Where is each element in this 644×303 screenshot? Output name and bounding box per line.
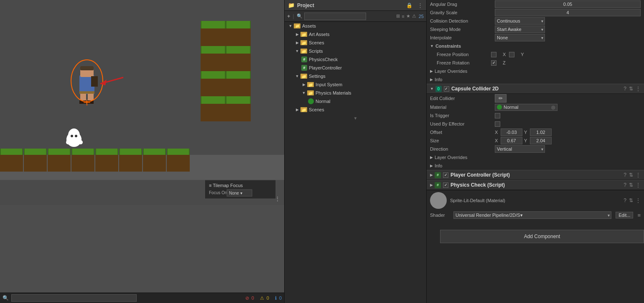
settings-icon-sm[interactable]: ⇅ bbox=[629, 198, 633, 203]
settings-icon-ph[interactable]: ⇅ bbox=[629, 182, 633, 188]
svg-text:⋮: ⋮ bbox=[275, 195, 280, 202]
tree-item-scripts[interactable]: ▼ 📁 Scripts bbox=[285, 47, 426, 55]
settings-icon-pc[interactable]: ⇅ bbox=[629, 172, 633, 178]
edit-collider-button[interactable]: ✏ bbox=[495, 94, 507, 103]
search-input[interactable] bbox=[11, 294, 137, 302]
material-circle-btn[interactable]: ◎ bbox=[551, 105, 555, 110]
freeze-rot-z-check[interactable] bbox=[491, 60, 496, 66]
size-label: Size bbox=[430, 138, 495, 143]
player-ctrl-enable-check[interactable] bbox=[443, 172, 448, 178]
menu-icon-pc[interactable]: ⋮ bbox=[636, 172, 641, 178]
settings-icon-capsule[interactable]: ⇅ bbox=[629, 86, 633, 92]
capsule-collider-header[interactable]: ▼ 0 Capsule Collider 2D ? ⇅ ⋮ bbox=[427, 84, 644, 94]
lock-icon[interactable]: 🔒 bbox=[406, 3, 412, 8]
freeze-pos-x-check[interactable] bbox=[491, 52, 496, 57]
used-by-effector-check[interactable] bbox=[495, 121, 500, 127]
tree-item-normal[interactable]: Normal bbox=[285, 97, 426, 105]
interpolate-dropdown[interactable]: None bbox=[495, 34, 545, 41]
tree-item-physics-materials[interactable]: ▼ 📁 Physics Materials bbox=[285, 89, 426, 97]
layer-overrides-rb-row[interactable]: ▶ Layer Overrides bbox=[427, 67, 644, 75]
sprite-mat-actions: ? ⇅ ⋮ bbox=[624, 198, 641, 203]
star-icon[interactable]: ★ bbox=[406, 13, 410, 19]
view-icon-2[interactable]: ≡ bbox=[402, 14, 404, 19]
interpolate-row: Interpolate None bbox=[427, 33, 644, 42]
help-icon-ph[interactable]: ? bbox=[624, 182, 626, 188]
capsule-collider-section: Edit Collider ✏ Material Normal ◎ Is Tri… bbox=[427, 94, 644, 170]
info-rb-row[interactable]: ▶ Info bbox=[427, 75, 644, 84]
view-icon-1[interactable]: ⊞ bbox=[396, 13, 400, 19]
freeze-rotation-row: Freeze Rotation Z bbox=[427, 59, 644, 67]
freeze-pos-y-check[interactable] bbox=[509, 52, 514, 57]
capsule-caret: ▼ bbox=[430, 87, 434, 91]
project-panel: 📁 Project 🔒 ⋮ + | 🔍 ⊞ ≡ ★ ⚠ 25 ▼ 📁 As bbox=[284, 0, 426, 303]
used-by-effector-row: Used By Effector bbox=[427, 120, 644, 128]
menu-icon-ph[interactable]: ⋮ bbox=[636, 182, 641, 188]
collision-detection-dropdown[interactable]: Continuous bbox=[495, 17, 545, 25]
info-cc-label: Info bbox=[435, 163, 442, 168]
capsule-collider-enable-check[interactable] bbox=[444, 86, 449, 92]
help-icon-pc[interactable]: ? bbox=[624, 172, 626, 178]
physics-check-header[interactable]: ▶ # Physics Check (Script) ? ⇅ ⋮ bbox=[427, 180, 644, 190]
svg-rect-39 bbox=[201, 71, 225, 80]
angular-drag-value[interactable]: 0.05 bbox=[495, 0, 641, 8]
folder-icon-assets: 📁 bbox=[294, 23, 300, 28]
tree-item-physicscheck[interactable]: # PhysicsCheck bbox=[285, 55, 426, 64]
menu-icon-capsule[interactable]: ⋮ bbox=[636, 86, 641, 92]
size-y-field[interactable]: 2.04 bbox=[530, 137, 552, 144]
menu-icon[interactable]: ⋮ bbox=[417, 2, 423, 8]
folder-icon-input: 📁 bbox=[307, 82, 314, 87]
angular-drag-row: Angular Drag 0.05 bbox=[427, 0, 644, 8]
project-search-input[interactable] bbox=[304, 13, 366, 20]
add-button[interactable]: + bbox=[287, 13, 290, 19]
info-count: 0 bbox=[279, 295, 282, 300]
tree-item-art-assets[interactable]: ▶ 📁 Art Assets bbox=[285, 30, 426, 39]
shader-edit-button[interactable]: Edit... bbox=[616, 212, 633, 218]
tree-item-input-system[interactable]: ▶ 📁 Input System bbox=[285, 80, 426, 89]
material-label: Material bbox=[430, 105, 495, 110]
project-panel-header: 📁 Project 🔒 ⋮ bbox=[285, 0, 426, 11]
svg-point-67 bbox=[71, 135, 73, 137]
menu-icon-sm[interactable]: ⋮ bbox=[636, 198, 641, 203]
toolbar-divider: | bbox=[293, 13, 294, 19]
tree-item-scenes[interactable]: ▶ 📁 Scenes bbox=[285, 39, 426, 47]
direction-dropdown[interactable]: Vertical bbox=[495, 145, 545, 153]
shader-row: Shader Universal Render Pipeline/2D/S▾ E… bbox=[427, 211, 644, 220]
offset-x-field[interactable]: -0.03 bbox=[501, 128, 522, 136]
tree-item-scenes2[interactable]: ▶ 📁 Scenes bbox=[285, 105, 426, 114]
tree-item-playercontroller[interactable]: # PlayerController bbox=[285, 64, 426, 72]
material-value-field[interactable]: Normal ◎ bbox=[495, 104, 557, 111]
svg-rect-10 bbox=[48, 155, 71, 172]
info-cc-row[interactable]: ▶ Info bbox=[427, 162, 644, 170]
size-x-field[interactable]: 0.67 bbox=[501, 137, 522, 144]
shader-list-icon[interactable]: ≡ bbox=[637, 212, 641, 218]
player-controller-header[interactable]: ▶ # Player Controller (Script) ? ⇅ ⋮ bbox=[427, 170, 644, 180]
sleeping-mode-dropdown[interactable]: Start Awake bbox=[495, 26, 545, 33]
sprite-material-name: Sprite-Lit-Default (Material) bbox=[450, 198, 624, 203]
offset-y-field[interactable]: 1.02 bbox=[530, 128, 552, 136]
shader-dropdown[interactable]: Universal Render Pipeline/2D/S▾ bbox=[453, 211, 611, 219]
size-xy: X 0.67 Y 2.04 bbox=[495, 137, 552, 144]
constraints-row[interactable]: ▼ Constraints bbox=[427, 42, 644, 50]
material-ball-icon bbox=[497, 105, 502, 110]
player-ctrl-icon: # bbox=[435, 172, 441, 178]
alert-icon[interactable]: ⚠ bbox=[412, 13, 416, 19]
tree-item-settings[interactable]: ▼ 📁 Settings bbox=[285, 72, 426, 80]
expand-assets: ▼ bbox=[288, 24, 293, 28]
physics-check-enable-check[interactable] bbox=[443, 182, 448, 188]
help-icon-sm[interactable]: ? bbox=[624, 198, 626, 203]
scene-bottom-bar: 🔍 ⊘ 0 ⚠ 0 ℹ 0 bbox=[0, 293, 284, 303]
left-column: ≡ Tilemap Focus Focus On None ▾ ⋮ 🔍 ⊘ 0 … bbox=[0, 0, 284, 303]
gravity-scale-value[interactable]: 4 bbox=[495, 9, 641, 16]
add-component-button[interactable]: Add Component bbox=[440, 230, 644, 243]
is-trigger-check[interactable] bbox=[495, 113, 500, 118]
help-icon-capsule[interactable]: ? bbox=[624, 86, 626, 92]
tree-item-assets[interactable]: ▼ 📁 Assets bbox=[285, 22, 426, 30]
tree-label-settings: Settings bbox=[309, 74, 326, 79]
gravity-scale-row: Gravity Scale 4 bbox=[427, 8, 644, 17]
svg-text:Focus On: Focus On bbox=[209, 190, 227, 195]
info-rb-caret: ▶ bbox=[430, 77, 433, 82]
layer-overrides-cc-row[interactable]: ▶ Layer Overrides bbox=[427, 153, 644, 162]
info-cc-caret: ▶ bbox=[430, 164, 433, 168]
constraints-caret: ▼ bbox=[430, 44, 434, 48]
svg-rect-54 bbox=[79, 91, 94, 94]
